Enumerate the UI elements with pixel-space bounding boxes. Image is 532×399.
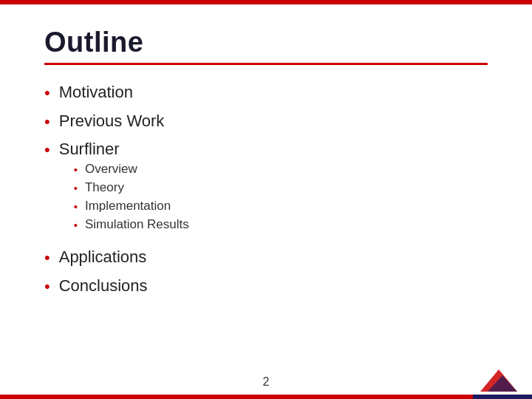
- footer: 2: [0, 366, 532, 399]
- simulation-label: Simulation Results: [85, 217, 189, 232]
- bottom-bar-left: [0, 395, 473, 399]
- list-item-applications: Applications: [44, 248, 488, 269]
- list-item-surfliner: Surfliner Overview Theory Implementation…: [44, 140, 488, 240]
- implementation-label: Implementation: [85, 199, 171, 214]
- list-item-previous-work: Previous Work: [44, 112, 488, 133]
- sub-item-overview: Overview: [74, 162, 189, 177]
- conclusions-label: Conclusions: [59, 276, 148, 296]
- page-number: 2: [263, 375, 270, 389]
- slide-title: Outline: [44, 27, 488, 58]
- list-item-motivation: Motivation: [44, 83, 488, 104]
- theory-label: Theory: [85, 180, 124, 195]
- slide-content: Outline Motivation Previous Work Surflin…: [0, 4, 532, 399]
- surfliner-label: Surfliner: [59, 140, 189, 159]
- main-list: Motivation Previous Work Surfliner Overv…: [44, 83, 488, 304]
- sub-item-implementation: Implementation: [74, 199, 189, 214]
- previous-work-label: Previous Work: [59, 112, 165, 131]
- list-item-conclusions: Conclusions: [44, 276, 488, 298]
- title-divider: [44, 63, 488, 65]
- surfliner-block: Surfliner Overview Theory Implementation…: [59, 140, 189, 240]
- slide: Outline Motivation Previous Work Surflin…: [0, 0, 532, 399]
- applications-label: Applications: [59, 248, 147, 267]
- bottom-bar-right: [473, 395, 532, 399]
- overview-label: Overview: [85, 162, 137, 177]
- logo-icon: [480, 369, 517, 392]
- sub-item-simulation: Simulation Results: [74, 217, 189, 233]
- motivation-label: Motivation: [59, 83, 133, 102]
- sub-list: Overview Theory Implementation Simulatio…: [74, 162, 189, 236]
- sub-item-theory: Theory: [74, 180, 189, 196]
